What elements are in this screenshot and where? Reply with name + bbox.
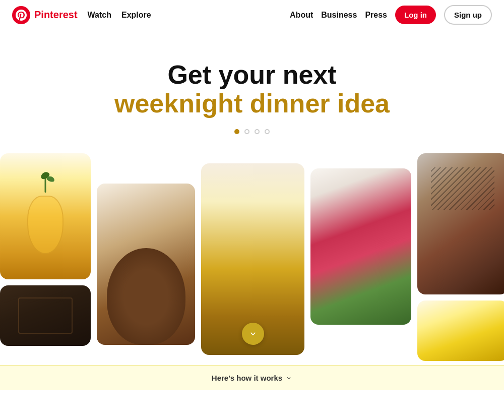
how-it-works-label: Here's how it works [212,374,282,382]
hero-title-line2: weeknight dinner idea [10,89,494,118]
navbar: Pinterest Watch Explore About Business P… [0,0,504,30]
image-col-1 [0,153,91,346]
dot-3[interactable] [255,129,260,134]
scroll-down-button[interactable] [242,323,264,345]
wooden-bowl-image [97,184,195,345]
logo-link[interactable]: Pinterest [12,6,78,24]
how-it-works-bar[interactable]: Here's how it works [0,365,504,390]
image-col-2 [97,184,195,345]
hero-title-line1: Get your next [10,61,494,89]
signup-button[interactable]: Sign up [444,5,492,25]
chevron-down-icon [248,329,258,339]
hero-section: Get your next weeknight dinner idea [0,30,504,149]
image-col-5 [417,153,504,361]
pinterest-logo-icon [12,6,30,24]
image-col-3 [201,163,304,355]
orange-drink-image [0,153,91,279]
dot-4[interactable] [265,129,270,134]
yellow-bowl-image [417,301,504,361]
images-section [0,149,504,365]
nav-press-link[interactable]: Press [365,9,387,22]
logo-text: Pinterest [34,9,78,21]
image-col-4 [310,168,411,325]
login-button[interactable]: Log in [395,6,436,24]
images-grid [0,149,504,365]
dot-1[interactable] [234,129,239,134]
images-wrapper [0,149,504,365]
dot-2[interactable] [244,129,249,134]
nav-explore-link[interactable]: Explore [121,9,151,22]
hero-title: Get your next weeknight dinner idea [10,61,494,118]
avocado-toast-image [310,168,411,325]
herb-garnish-decoration [45,172,46,193]
nav-business-link[interactable]: Business [321,9,357,22]
nav-left: Pinterest Watch Explore [12,6,151,24]
grilled-chicken-image [417,153,504,294]
nav-watch-link[interactable]: Watch [88,9,111,22]
dark-wood-image [0,285,91,346]
chevron-down-icon-bar [285,375,292,382]
nav-about-link[interactable]: About [290,9,313,22]
nav-right: About Business Press Log in Sign up [290,5,492,25]
pinterest-p-svg [16,10,27,21]
hero-dots [10,129,494,134]
